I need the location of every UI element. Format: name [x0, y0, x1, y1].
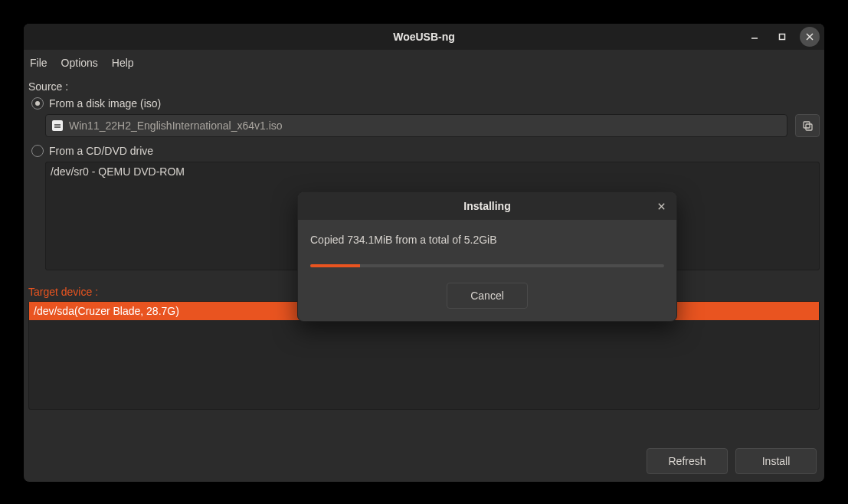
- dialog-status: Copied 734.1MiB from a total of 5.2GiB: [310, 234, 664, 246]
- progress-bar: [310, 264, 664, 267]
- close-icon: [805, 32, 814, 41]
- cancel-button[interactable]: Cancel: [447, 283, 528, 309]
- progress-fill: [310, 264, 360, 267]
- radio-iso[interactable]: [31, 97, 44, 110]
- dialog-close-button[interactable]: [652, 197, 670, 215]
- footer-buttons: Refresh Install: [647, 448, 817, 474]
- dialog-body: Copied 734.1MiB from a total of 5.2GiB C…: [298, 220, 676, 321]
- dialog-titlebar: Installing: [298, 192, 676, 220]
- install-button[interactable]: Install: [735, 448, 817, 474]
- close-button[interactable]: [800, 27, 820, 47]
- maximize-icon: [778, 32, 787, 41]
- window-controls: [745, 27, 820, 47]
- copy-icon: [801, 119, 814, 132]
- menu-options[interactable]: Options: [61, 57, 98, 69]
- browse-button[interactable]: [795, 114, 820, 137]
- svg-rect-4: [804, 122, 810, 128]
- installing-dialog: Installing Copied 734.1MiB from a total …: [297, 191, 677, 322]
- file-icon: [52, 120, 63, 131]
- svg-rect-5: [806, 124, 812, 130]
- menu-help[interactable]: Help: [112, 57, 134, 69]
- source-label: Source :: [28, 80, 820, 93]
- minimize-icon: [750, 32, 759, 41]
- minimize-button[interactable]: [745, 27, 765, 47]
- app-window: WoeUSB-ng File Options Help Source : Fro…: [23, 23, 825, 483]
- svg-rect-1: [780, 34, 785, 40]
- radio-cd[interactable]: [31, 145, 44, 157]
- list-item[interactable]: /dev/sr0 - QEMU DVD-ROM: [46, 162, 819, 181]
- window-title: WoeUSB-ng: [393, 31, 455, 43]
- maximize-button[interactable]: [772, 27, 792, 47]
- iso-file-row: Win11_22H2_EnglishInternational_x64v1.is…: [45, 114, 820, 137]
- refresh-button[interactable]: Refresh: [647, 448, 728, 474]
- iso-filename: Win11_22H2_EnglishInternational_x64v1.is…: [69, 119, 283, 132]
- dialog-title: Installing: [463, 200, 510, 212]
- iso-file-field[interactable]: Win11_22H2_EnglishInternational_x64v1.is…: [45, 114, 787, 137]
- radio-cd-label: From a CD/DVD drive: [49, 145, 153, 157]
- radio-row-cd[interactable]: From a CD/DVD drive: [31, 145, 820, 157]
- menu-file[interactable]: File: [30, 57, 47, 69]
- close-icon: [657, 202, 666, 211]
- radio-row-iso[interactable]: From a disk image (iso): [31, 97, 820, 110]
- radio-iso-label: From a disk image (iso): [49, 97, 161, 110]
- menubar: File Options Help: [24, 50, 824, 73]
- titlebar: WoeUSB-ng: [24, 24, 824, 50]
